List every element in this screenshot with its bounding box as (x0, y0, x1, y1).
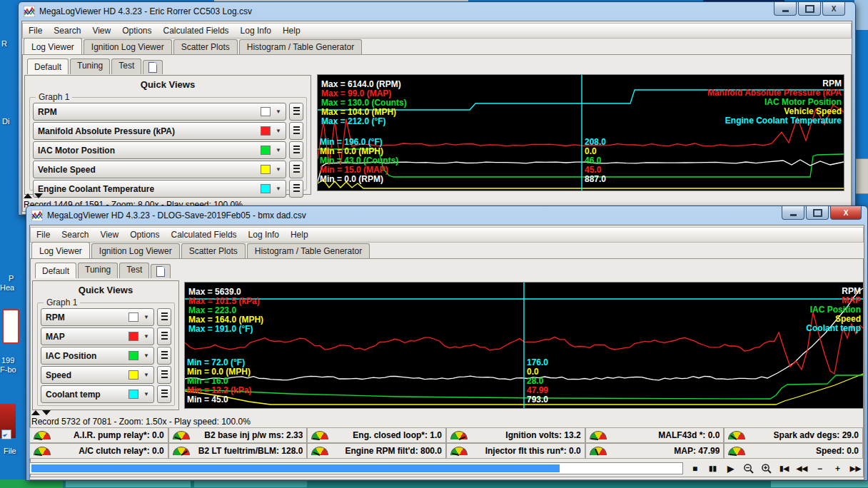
stop-button[interactable]: ■ (686, 460, 704, 477)
view-tab[interactable]: Default (27, 59, 69, 74)
main-tab[interactable]: Histogram / Table Generator (239, 39, 363, 55)
main-tab[interactable]: Log Viewer (24, 38, 82, 55)
minimize-button[interactable] (782, 206, 804, 220)
minimize-icon (782, 10, 789, 12)
log-graph[interactable]: Max = 5639.0Max = 101.5 (kPa)Max = 223.0… (184, 282, 864, 409)
scroll-up-icon[interactable] (31, 410, 40, 415)
view-tab[interactable]: Test (119, 263, 149, 278)
field-options-button[interactable] (157, 327, 171, 345)
gauge-cell[interactable]: MAP: 47.99 (585, 443, 725, 459)
menu-item[interactable]: Help (285, 228, 314, 241)
zoom-in-button[interactable] (757, 460, 775, 477)
scroll-down-icon[interactable] (34, 193, 43, 198)
field-dropdown[interactable]: MAP ▼ (41, 327, 154, 345)
gauge-cell[interactable]: Eng. closed loop*: 1.0 (307, 427, 446, 443)
view-tabs: DefaultTuningTest (27, 59, 143, 74)
titlebar[interactable]: MegaLogViewer HD 4.3.23 - Eric Rorrer CC… (19, 2, 855, 21)
view-tab[interactable]: Tuning (70, 59, 110, 74)
rewind-button[interactable]: ◀◀ (793, 460, 811, 477)
view-tab[interactable]: Default (35, 263, 76, 278)
field-options-button[interactable] (289, 161, 303, 178)
gauge-label: MAP: 47.99 (674, 446, 720, 456)
menu-lines-icon (293, 165, 300, 174)
field-options-button[interactable] (157, 366, 171, 384)
menu-item[interactable]: Log Info (243, 228, 285, 241)
scroll-up-icon[interactable] (24, 193, 32, 198)
menu-item[interactable]: View (94, 228, 124, 241)
view-tab[interactable]: Tuning (78, 263, 118, 278)
titlebar[interactable]: MegaLogViewer HD 4.3.23 - DLOG-Save-2019… (26, 206, 867, 225)
menu-item[interactable]: Search (48, 24, 86, 37)
menu-item[interactable]: File (31, 228, 56, 241)
maximize-button[interactable] (798, 2, 821, 16)
field-dropdown[interactable]: IAC Position ▼ (41, 347, 154, 365)
minimize-icon (790, 214, 797, 216)
field-options-button[interactable] (157, 308, 171, 326)
background-window-fragment (854, 158, 868, 194)
gauge-cell[interactable]: Speed: 0.0 (724, 443, 863, 459)
gauge-cell[interactable]: MALF43d *: 0.0 (585, 427, 725, 443)
menu-item[interactable]: Log Info (235, 24, 277, 37)
gauge-needle (730, 454, 737, 456)
field-options-button[interactable] (289, 180, 303, 198)
gauge-cell[interactable]: Injector flt this run*: 0.0 (446, 443, 585, 459)
main-tab[interactable]: Log Viewer (31, 242, 90, 259)
view-tab[interactable]: Test (111, 59, 141, 74)
main-tab[interactable]: Ignition Log Viewer (84, 39, 172, 55)
menu-item[interactable]: View (86, 24, 116, 37)
gauge-cell[interactable]: A/C clutch relay*: 0.0 (29, 443, 168, 459)
menu-item[interactable]: Search (56, 228, 94, 241)
skip-to-end-button[interactable]: ▶▮ (864, 460, 868, 477)
field-options-button[interactable] (289, 141, 303, 159)
field-label: RPM (46, 312, 65, 322)
close-button[interactable]: X (830, 206, 862, 220)
field-dropdown[interactable]: Coolant temp ▼ (41, 385, 154, 403)
fast-forward-button[interactable]: ▶▶ (847, 460, 864, 477)
field-options-button[interactable] (289, 103, 303, 121)
new-view-tab[interactable] (143, 60, 163, 74)
close-button[interactable]: X (822, 2, 845, 16)
field-dropdown[interactable]: Speed ▼ (41, 366, 154, 384)
main-tab[interactable]: Scatter Plots (181, 243, 246, 259)
menu-item[interactable]: Options (124, 228, 165, 241)
field-options-button[interactable] (157, 347, 171, 365)
scroll-down-icon[interactable] (42, 410, 51, 415)
field-options-button[interactable] (289, 122, 303, 140)
new-view-tab[interactable] (151, 264, 171, 278)
gauge-cell[interactable]: A.I.R. pump relay*: 0.0 (29, 427, 168, 443)
pause-button[interactable]: ▮▮ (704, 460, 722, 477)
field-dropdown[interactable]: Manifold Absolute Pressure (kPA) ▼ (33, 122, 286, 140)
menu-item[interactable]: Calculated Fields (166, 228, 243, 241)
play-button[interactable]: ▶ (722, 460, 740, 477)
seek-bar[interactable] (29, 462, 683, 474)
menu-item[interactable]: Options (116, 24, 157, 37)
step-back-button[interactable]: − (811, 460, 829, 477)
main-tab[interactable]: Histogram / Table Generator (247, 243, 370, 259)
menu-item[interactable]: Help (277, 24, 306, 37)
main-tab[interactable]: Scatter Plots (173, 39, 238, 55)
field-options-button[interactable] (157, 385, 171, 403)
field-dropdown[interactable]: Vehicle Speed ▼ (33, 161, 286, 178)
step-forward-button[interactable]: + (829, 460, 847, 477)
log-graph[interactable]: Max = 6144.0 (RPM)Max = 99.0 (MAP)Max = … (317, 74, 844, 191)
gauge-cell[interactable]: B2 LT fueltrim/BLM: 128.0 (168, 443, 308, 459)
main-tab[interactable]: Ignition Log Viewer (91, 243, 180, 259)
field-row: Speed ▼ (41, 367, 171, 383)
gauge-cell[interactable]: Engine RPM filt'd: 800.0 (307, 443, 446, 459)
gauge-cell[interactable]: B2 base inj p/w ms: 2.33 (168, 427, 308, 443)
menu-item[interactable]: Calculated Fields (158, 24, 235, 37)
minimize-button[interactable] (774, 2, 797, 16)
skip-to-start-button[interactable]: ▮◀ (775, 460, 793, 477)
zoom-out-button[interactable] (740, 460, 757, 477)
menu-item[interactable]: File (23, 24, 48, 37)
field-row: IAC Motor Position ▼ (33, 142, 303, 158)
maximize-button[interactable] (806, 206, 829, 220)
record-status: Record 5732 of 7081 - Zoom: 1.50x - Play… (31, 417, 251, 427)
maximize-icon (813, 209, 822, 217)
field-dropdown[interactable]: IAC Motor Position ▼ (33, 141, 286, 159)
gauge-cell[interactable]: Ignition volts: 13.2 (446, 427, 585, 443)
field-dropdown[interactable]: RPM ▼ (33, 103, 286, 121)
field-dropdown[interactable]: RPM ▼ (41, 308, 154, 326)
field-dropdown[interactable]: Engine Coolant Temperature ▼ (33, 180, 286, 198)
gauge-cell[interactable]: Spark adv degs: 29.0 (724, 427, 863, 443)
